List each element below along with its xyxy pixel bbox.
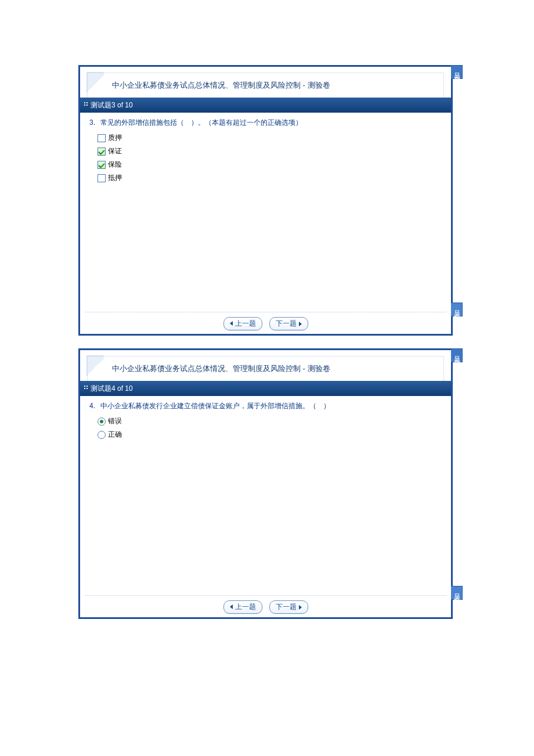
option-label: 抵押 [108,173,122,183]
quiz-panel: 显示列表显示时间中小企业私募债业务试点总体情况、管理制度及风险控制 - 测验卷测… [78,348,453,619]
option-row[interactable]: 正确 [98,430,442,440]
show-time-tab[interactable]: 显示时间 [451,586,463,600]
option-row[interactable]: 抵押 [98,173,442,183]
prev-label: 上一题 [235,602,256,612]
question-counter-bar: 测试题3 of 10 [80,98,451,113]
question-body: 中小企业私募债发行企业建立偿债保证金账户，属于外部增信措施。（ ） [100,402,330,410]
next-label: 下一题 [276,319,297,329]
next-button[interactable]: 下一题 [269,317,308,330]
quiz-panel: 显示列表显示时间中小企业私募债业务试点总体情况、管理制度及风险控制 - 测验卷测… [78,65,453,336]
triangle-right-icon [299,605,302,610]
option-row[interactable]: 错误 [98,416,442,426]
next-label: 下一题 [276,602,297,612]
prev-label: 上一题 [235,319,256,329]
triangle-right-icon [299,322,302,326]
nav-footer: 上一题下一题 [85,595,446,614]
checkbox-icon[interactable] [98,161,106,169]
options-group: 错误正确 [98,416,442,440]
option-row[interactable]: 保险 [98,160,442,170]
question-number: 3. [89,117,99,128]
nav-footer: 上一题下一题 [85,312,446,331]
page-fold-icon [86,355,104,376]
question-counter-bar: 测试题4 of 10 [80,381,451,396]
question-area: 4. 中小企业私募债发行企业建立偿债保证金账户，属于外部增信措施。（ ）错误正确 [80,396,451,448]
options-group: 质押保证保险抵押 [98,133,442,183]
option-row[interactable]: 保证 [98,146,442,156]
triangle-left-icon [230,604,233,609]
radio-icon[interactable] [98,417,106,426]
option-label: 正确 [108,430,122,440]
prev-button[interactable]: 上一题 [223,317,262,330]
title-tab: 中小企业私募债业务试点总体情况、管理制度及风险控制 - 测验卷 [87,356,444,381]
radio-icon[interactable] [98,431,106,439]
question-area: 3. 常见的外部增信措施包括（ ）。（本题有超过一个的正确选项）质押保证保险抵押 [80,113,451,191]
option-label: 错误 [108,416,122,426]
question-body: 常见的外部增信措施包括（ ）。（本题有超过一个的正确选项） [100,118,302,127]
checkbox-icon[interactable] [98,174,106,182]
quiz-title: 中小企业私募债业务试点总体情况、管理制度及风险控制 - 测验卷 [88,357,443,381]
checkbox-icon[interactable] [98,147,106,156]
option-label: 保证 [108,146,122,156]
question-number: 4. [89,401,99,412]
quiz-title: 中小企业私募债业务试点总体情况、管理制度及风险控制 - 测验卷 [88,73,443,98]
next-button[interactable]: 下一题 [269,600,308,614]
checkbox-icon[interactable] [98,134,106,142]
show-list-tab[interactable]: 显示列表 [451,65,463,79]
prev-button[interactable]: 上一题 [223,600,262,614]
show-list-tab[interactable]: 显示列表 [451,348,463,362]
show-time-tab[interactable]: 显示时间 [451,303,463,316]
question-text: 3. 常见的外部增信措施包括（ ）。（本题有超过一个的正确选项） [89,117,442,128]
question-text: 4. 中小企业私募债发行企业建立偿债保证金账户，属于外部增信措施。（ ） [89,401,442,412]
title-tab: 中小企业私募债业务试点总体情况、管理制度及风险控制 - 测验卷 [87,73,444,98]
triangle-left-icon [230,321,233,326]
option-label: 质押 [108,133,122,143]
page-fold-icon [86,72,104,93]
option-row[interactable]: 质押 [98,133,442,143]
option-label: 保险 [108,160,122,170]
